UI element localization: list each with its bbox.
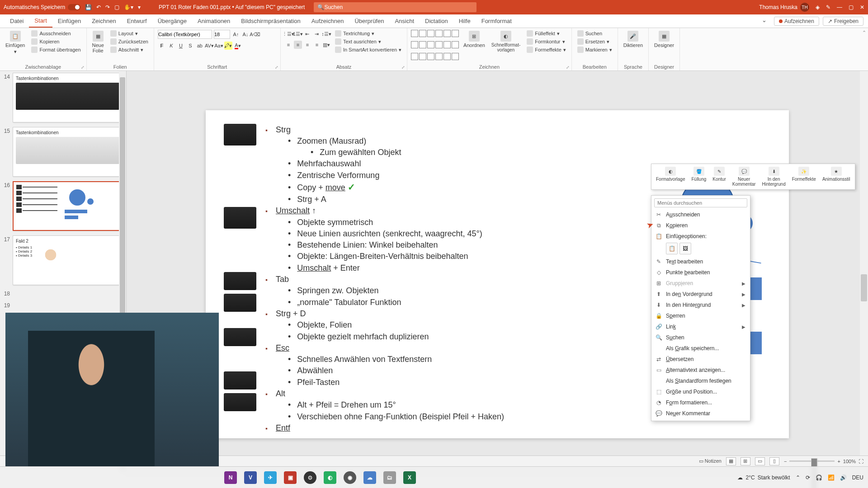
menu-search-input[interactable] (654, 198, 747, 207)
tab-ueberpruefen[interactable]: Überprüfen (349, 14, 389, 28)
bullet-item[interactable]: Tab (265, 274, 504, 285)
effects-button[interactable]: Formeffekte ▾ (525, 46, 568, 53)
notes-button[interactable]: ▭ Notizen (699, 458, 722, 464)
ribbon-collapse-icon[interactable]: ⌃ (860, 28, 868, 70)
user-account[interactable]: Thomas Hruska TH (759, 3, 809, 12)
share-button[interactable]: ↗Freigeben (823, 17, 863, 26)
bullet-item[interactable]: Alt (265, 388, 504, 399)
zoom-in-button[interactable]: + (837, 459, 840, 464)
copy-button[interactable]: Kopieren (29, 38, 82, 45)
thumb-17[interactable]: 17Fakt 2• Details 1• Details 2• Details … (2, 235, 123, 285)
bullet-item[interactable]: Schnelles Anwählen von Textfenstern (265, 354, 504, 365)
tab-ansicht[interactable]: Ansicht (389, 14, 420, 28)
grow-font-button[interactable]: A↑ (232, 30, 240, 38)
volume-icon[interactable]: 🔊 (840, 474, 847, 481)
fontcolor-button[interactable]: A▾ (234, 42, 242, 50)
mini-fuellung[interactable]: 🪣Füllung (689, 166, 709, 188)
redo-icon[interactable]: ↷ (105, 4, 110, 10)
bullet-item[interactable]: Objekte, Folien (265, 319, 504, 330)
bullet-item[interactable]: Mehrfachauswahl (265, 158, 504, 169)
dialog-launcher-icon[interactable]: ⤢ (566, 65, 570, 70)
context-menu-item[interactable]: ⬚Größe und Position... (651, 386, 750, 397)
italic-button[interactable]: K (167, 42, 175, 50)
app-visio[interactable]: V (241, 469, 259, 487)
tab-einfuegen[interactable]: Einfügen (52, 14, 86, 28)
tab-uebergaenge[interactable]: Übergänge (152, 14, 192, 28)
textalign-button[interactable]: Text ausrichten ▾ (333, 38, 403, 45)
touch-icon[interactable]: ✋▾ (124, 4, 133, 10)
thumb-19[interactable]: 19 (2, 301, 123, 309)
fill-button[interactable]: Fülleffekt ▾ (525, 30, 568, 37)
qat-more-icon[interactable]: ▾ (138, 4, 141, 10)
save-icon[interactable]: 💾 (85, 4, 92, 10)
font-name-combo[interactable] (158, 30, 212, 39)
replace-button[interactable]: Ersetzen ▾ (576, 38, 614, 45)
spacing-button[interactable]: AV▾ (205, 42, 213, 50)
bullet-item[interactable]: Strg + D (265, 308, 504, 319)
bullet-item[interactable]: Neue Linien ausrichten (senkrecht, waagr… (265, 228, 504, 239)
view-reading-button[interactable]: ▭ (755, 457, 765, 465)
format-painter-button[interactable]: Format übertragen (29, 46, 82, 53)
tab-bildschirm[interactable]: Bildschirmpräsentation (236, 14, 306, 28)
paste-button[interactable]: 📋Einfügen▾ (4, 30, 27, 63)
bullet-item[interactable]: Zentrische Verformung (265, 170, 504, 181)
bullet-item[interactable]: Entf (265, 422, 504, 433)
mini-animationsstil[interactable]: ★Animationsstil (820, 166, 853, 188)
dictate-button[interactable]: 🎤Diktieren (622, 30, 645, 49)
thumb-16[interactable]: 16 (2, 181, 123, 231)
collapse-ribbon-icon[interactable]: ⌄ (758, 17, 770, 26)
clear-format-button[interactable]: A⌫ (251, 30, 259, 38)
pen-icon[interactable]: ✎ (826, 4, 830, 10)
app-telegram[interactable]: ✈ (261, 469, 279, 487)
justify-button[interactable]: ≡ (313, 41, 321, 49)
indent-button[interactable]: ⇥ (313, 30, 321, 38)
designer-button[interactable]: ▦Designer (652, 30, 676, 49)
highlight-button[interactable]: 🖍▾ (224, 42, 232, 50)
context-menu-item[interactable]: 🔒Sperren (651, 310, 750, 321)
dialog-launcher-icon[interactable]: ⤢ (401, 65, 405, 70)
tab-hilfe[interactable]: Hilfe (453, 14, 476, 28)
context-menu-item[interactable]: ⧉Kopieren (651, 220, 750, 231)
bullet-item[interactable]: Zum gewählten Objekt (265, 147, 504, 158)
editor-scrollbar[interactable] (860, 71, 868, 477)
thumb-18[interactable]: 18 (2, 290, 123, 297)
app-circle[interactable]: ◉ (341, 469, 359, 487)
bullet-item[interactable]: Strg + A (265, 194, 504, 205)
strike-button[interactable]: S (186, 42, 194, 50)
tab-zeichnen[interactable]: Zeichnen (86, 14, 121, 28)
context-menu-item[interactable]: 💬Neuer Kommentar (651, 408, 750, 419)
context-menu-item[interactable]: ◔Form formatieren... (651, 397, 750, 408)
context-menu-item[interactable]: ▭Alternativtext anzeigen... (651, 365, 750, 375)
sync-icon[interactable]: ⟳ (806, 474, 810, 481)
context-menu-item[interactable]: ✎Text bearbeiten (651, 256, 750, 267)
tab-aufzeichnen[interactable]: Aufzeichnen (306, 14, 349, 28)
context-menu-item[interactable]: ⇄Übersetzen (651, 354, 750, 365)
dialog-launcher-icon[interactable]: ⤢ (275, 65, 278, 70)
bullet-item[interactable]: Objekte: Längen-Breiten-Verhältnis beibe… (265, 251, 504, 262)
quickstyles-button[interactable]: ◐Schnellformat- vorlagen (490, 30, 522, 63)
align-center-button[interactable]: ≡ (294, 41, 302, 49)
search-box[interactable]: 🔍 (314, 2, 476, 12)
bullet-item[interactable]: Strg (265, 124, 504, 135)
bullet-item[interactable]: Springen zw. Objekten (265, 285, 504, 296)
wifi-icon[interactable]: 📶 (828, 474, 835, 481)
bullet-item[interactable]: Alt + Pfeil = Drehen um 15° (265, 399, 504, 410)
tab-datei[interactable]: Datei (5, 14, 29, 28)
tab-entwurf[interactable]: Entwurf (122, 14, 152, 28)
bullet-item[interactable]: Copy + move ✓ (265, 181, 504, 193)
columns-button[interactable]: ▥▾ (322, 41, 330, 49)
mini-kommentar[interactable]: 💬Neuer Kommentar (730, 166, 759, 188)
lang-indicator[interactable]: DEU (852, 474, 863, 481)
align-right-button[interactable]: ≡ (303, 41, 311, 49)
bullet-item[interactable]: Objekte gezielt mehrfach duplizieren (265, 331, 504, 342)
app-blue[interactable]: ☁ (361, 469, 379, 487)
case-button[interactable]: Aa▾ (215, 42, 223, 50)
dialog-launcher-icon[interactable]: ⤢ (81, 65, 85, 70)
bullet-item[interactable]: Bestehende Linien: Winkel beibehalten (265, 239, 504, 250)
context-menu-item[interactable]: ⬇In den Hintergrund▶ (651, 300, 750, 310)
bullet-item[interactable]: Umschalt ↑ (265, 205, 504, 216)
bullet-item[interactable]: Abwählen (265, 365, 504, 376)
toggle-switch[interactable] (68, 4, 80, 10)
app-excel[interactable]: X (401, 469, 419, 487)
app-files[interactable]: 🗂 (381, 469, 399, 487)
